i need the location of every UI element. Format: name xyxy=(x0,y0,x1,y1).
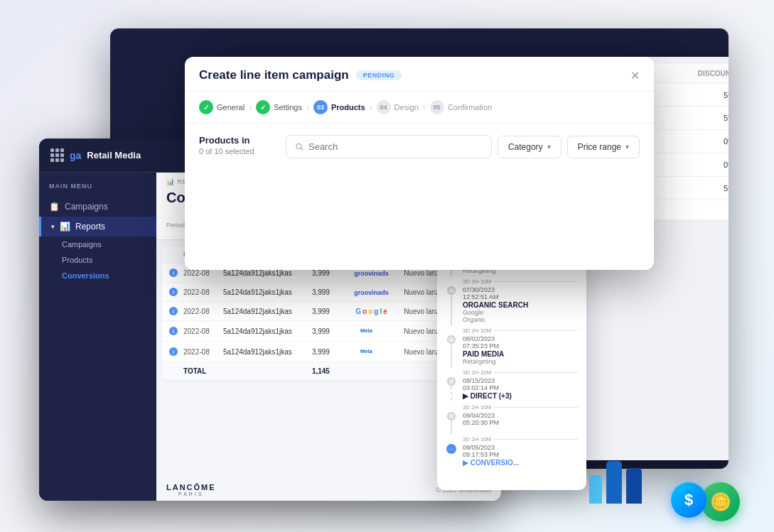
chevron-down-icon: ▾ xyxy=(625,143,629,151)
timeline-gap: 3D 2H 10M xyxy=(446,368,578,377)
modal-title: Create line item campaign xyxy=(199,68,349,82)
direct-dot xyxy=(447,377,456,386)
chart-decoration xyxy=(589,454,660,511)
mid-sidebar: MAIN MENU 📋 Campaigns ▾ 📊 Reports Campai… xyxy=(39,173,156,501)
timeline-entry-organic: 07/30/2023 12:52:51 AM ORGANIC SEARCH Go… xyxy=(446,286,578,326)
timeline-entry-conversion: → 09/05/2023 09:17:53 PM ▶ CONVERSIO... xyxy=(446,444,578,469)
timeline-line xyxy=(451,421,452,434)
sidebar-item-campaigns[interactable]: 📋 Campaigns xyxy=(39,197,156,217)
step-design[interactable]: 04 Design xyxy=(377,100,419,114)
step-general[interactable]: ✓ General xyxy=(199,100,244,114)
info-dot: i xyxy=(169,327,178,335)
sidebar-sub-campaigns[interactable]: Campaigns xyxy=(39,237,156,252)
step-arrow: › xyxy=(365,102,377,112)
modal-title-row: Create line item campaign PENDING xyxy=(199,68,402,82)
reports-icon: 📊 xyxy=(60,222,70,232)
chevron-down-icon: ▾ xyxy=(547,143,551,151)
reports-icon: 📊 xyxy=(166,178,175,185)
logo-ga: ga xyxy=(70,150,81,161)
svg-text:Meta: Meta xyxy=(360,327,373,334)
step-arrow: › xyxy=(244,102,256,112)
brand-logo: LANCÔME PARIS xyxy=(166,483,216,496)
products-selected: 0 of 10 selected xyxy=(199,147,254,156)
coins-badge: 🪙 xyxy=(701,482,740,521)
dollar-badge: $ xyxy=(671,482,706,518)
info-dot: i xyxy=(169,347,178,356)
modal-header: Create line item campaign PENDING ✕ xyxy=(185,57,654,92)
step-confirmation[interactable]: 05 Confirmation xyxy=(430,100,492,114)
pending-badge: PENDING xyxy=(356,70,402,80)
mid-dot xyxy=(447,412,456,420)
timeline-gap: 3D 2H 10M xyxy=(446,403,578,412)
sidebar-sub-products[interactable]: Products xyxy=(39,252,156,268)
step-settings[interactable]: ✓ Settings xyxy=(256,100,302,114)
step-label: Design xyxy=(394,103,419,112)
info-dot: i xyxy=(169,268,178,277)
col-info xyxy=(169,251,179,258)
campaigns-icon: 📋 xyxy=(49,202,60,212)
timeline-gap: 3D 2H 10M xyxy=(446,435,578,444)
step-active-circle: 03 xyxy=(313,100,328,114)
timeline-line xyxy=(451,295,452,325)
step-label: Confirmation xyxy=(448,103,492,112)
search-box[interactable] xyxy=(286,135,492,158)
paid-dot xyxy=(447,335,456,344)
period-label: Period xyxy=(166,222,185,229)
step-arrow: › xyxy=(419,102,430,112)
chart-bars xyxy=(589,454,660,504)
timeline-gap: 3D 2H 10M xyxy=(446,326,578,335)
organic-dot xyxy=(447,286,456,295)
timeline-entry-paid: 08/02/2023 07:35:23 PM PAID MEDIA Retarg… xyxy=(446,335,578,368)
col-header-discount: DISCOUNT xyxy=(685,70,729,77)
info-dot: i xyxy=(169,288,178,296)
search-icon xyxy=(295,142,303,151)
info-dot: i xyxy=(169,307,178,315)
modal-filters: Category ▾ Price range ▾ xyxy=(286,135,640,158)
chevron-down-icon: ▾ xyxy=(51,223,55,230)
meta-logo: Meta xyxy=(343,347,399,357)
step-label: Settings xyxy=(274,103,302,112)
products-in-section: Products in 0 of 10 selected xyxy=(199,135,254,156)
step-label: Products xyxy=(331,103,365,112)
search-input[interactable] xyxy=(308,141,483,152)
step-done-icon: ✓ xyxy=(199,100,213,114)
conversion-dot: → xyxy=(446,444,456,454)
grid-icon xyxy=(50,148,64,162)
timeline-line xyxy=(451,344,452,367)
svg-line-3 xyxy=(301,148,303,150)
google-logo: Google xyxy=(343,308,399,315)
svg-text:Meta: Meta xyxy=(360,348,373,354)
timeline-gap: 3D 2H 10M xyxy=(446,277,578,286)
step-arrow: › xyxy=(302,102,313,112)
modal-close-icon[interactable]: ✕ xyxy=(630,69,640,82)
main-menu-label: MAIN MENU xyxy=(39,183,156,197)
timeline-dashed-line xyxy=(451,386,452,402)
groovinads-logo: groovinads xyxy=(354,289,389,296)
step-done-icon: ✓ xyxy=(256,100,270,114)
timeline-entry-mid: 09/04/2023 05:20:30 PM xyxy=(446,412,578,435)
timeline-entry-direct: 08/15/2023 03:02:14 PM ▶ DIRECT (+3) xyxy=(446,377,578,403)
logo-text: Retail Media xyxy=(87,150,141,161)
meta-logo: Meta xyxy=(343,326,399,336)
chart-bar-2 xyxy=(606,461,622,504)
sidebar-sub-conversions[interactable]: Conversions xyxy=(39,268,156,283)
step-label: General xyxy=(217,103,244,112)
chart-bar-1 xyxy=(589,475,602,504)
modal-body-top: Products in 0 of 10 selected Category ▾ xyxy=(199,135,640,158)
timeline: 07/25/2023 01:17:53 PM CLICK Retargeting… xyxy=(437,237,586,482)
modal-body: Products in 0 of 10 selected Category ▾ xyxy=(185,124,654,180)
create-line-item-modal: Create line item campaign PENDING ✕ ✓ Ge… xyxy=(185,57,654,270)
step-inactive-circle: 05 xyxy=(430,100,444,114)
groovinads-logo: groovinads xyxy=(354,270,389,277)
price-range-button[interactable]: Price range ▾ xyxy=(567,136,640,158)
modal-steps: ✓ General › ✓ Settings › 03 Products › 0… xyxy=(185,92,654,124)
step-inactive-circle: 04 xyxy=(377,100,391,114)
coins-icon: 🪙 xyxy=(710,492,731,512)
step-products[interactable]: 03 Products xyxy=(313,100,365,114)
sidebar-item-reports[interactable]: ▾ 📊 Reports xyxy=(39,217,156,237)
chart-bar-3 xyxy=(626,468,642,504)
products-in-label: Products in xyxy=(199,135,254,146)
category-button[interactable]: Category ▾ xyxy=(498,136,561,158)
